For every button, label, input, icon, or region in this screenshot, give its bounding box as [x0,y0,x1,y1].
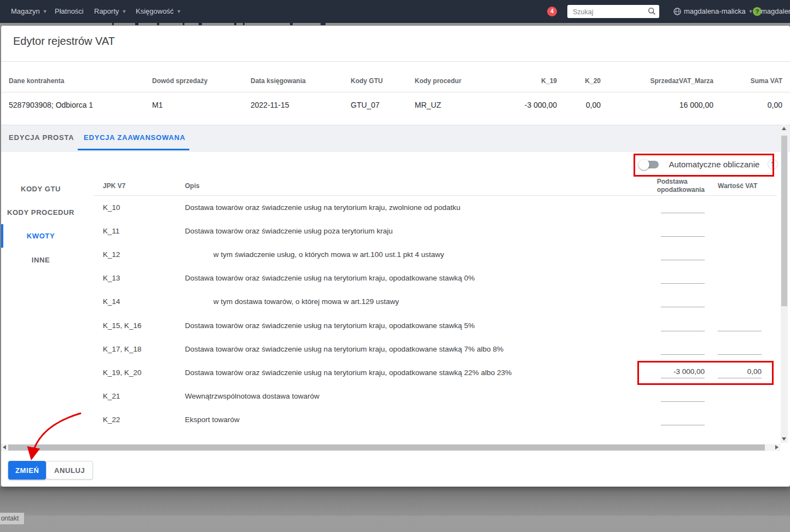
auto-calc-label: Automatyczne obliczanie [669,160,759,169]
dialog-title: Edytor rejestrów VAT [13,35,115,48]
base-amount-input[interactable] [661,414,705,425]
jpk-desc: Dostawa towarów oraz świadczenie usług n… [185,203,661,212]
tab-edycja-zaawansowana[interactable]: EDYCJA ZAAWANSOWANA [84,125,185,150]
summary-col-header: Kody procedur [415,77,461,85]
account-label: magdalena.m [761,0,790,23]
nav-item-raporty[interactable]: Raporty▼ [94,0,126,23]
jpk-code: K_11 [94,227,185,235]
nav-item-label: Magazyn [11,7,40,15]
jpk-code: K_22 [94,416,185,424]
table-row-k13: K_13 Dostawa towarów oraz świadczenie us… [94,266,777,290]
table-row-k11: K_11 Dostawa towarów oraz świadczenie us… [94,219,777,243]
jpk-code: K_10 [94,203,185,212]
nav-item-ksiegowosc[interactable]: Księgowość▼ [136,0,181,23]
vat-amount-input[interactable]: 0,00 [718,367,762,378]
sidebar-item-inne[interactable]: INNE [1,248,80,272]
jpk-desc: Dostawa towarów oraz świadczenie usług p… [185,227,661,235]
vat-amounts-table: JPK V7 Opis Podstawa opodatkowania Warto… [94,176,777,431]
jpk-code: K_15, K_16 [94,321,185,330]
search-box [567,5,659,18]
summary-col-header: K_19 [541,77,557,85]
base-amount-input[interactable] [661,249,705,260]
base-amount-input[interactable] [661,296,705,307]
sidebar-item-kody-gtu[interactable]: KODY GTU [1,177,80,201]
base-amount-input[interactable] [661,390,705,402]
summary-cell-date: 2022-11-15 [251,101,289,109]
vat-editor-dialog: Edytor rejestrów VAT Dane kontrahenta Do… [1,26,790,487]
horizontal-scrollbar[interactable] [1,444,780,451]
jpk-code: K_14 [94,297,185,306]
jpk-code: K_21 [94,392,185,400]
summary-cell-gtu: GTU_07 [351,101,380,109]
nav-item-label: Raporty [94,7,119,15]
nav-item-platnosci[interactable]: Płatności [55,0,84,23]
base-amount-input[interactable] [661,272,705,284]
auto-calc-row: Automatyczne obliczanie ? [640,159,778,172]
tab-edycja-prosta[interactable]: EDYCJA PROSTA [9,125,74,150]
vertical-scrollbar-thumb[interactable] [781,136,787,306]
summary-col-header: K_20 [585,77,601,85]
summary-cell-k20: 0,00 [586,101,601,109]
summary-cell-procedure: MR_UZ [415,101,441,109]
table-header-row: JPK V7 Opis Podstawa opodatkowania Warto… [94,176,777,196]
scroll-left-arrow-icon[interactable] [3,445,6,449]
scroll-down-arrow-icon[interactable] [782,437,786,441]
table-row-k21: K_21 Wewnątrzwspólnotowa dostawa towarów [94,384,777,408]
table-row-k15-k16: K_15, K_16 Dostawa towarów oraz świadcze… [94,313,777,337]
search-input[interactable] [572,5,645,19]
base-amount-input[interactable] [661,320,705,331]
user-menu[interactable]: magdalena-malicka▼ [684,0,753,23]
top-navbar: Magazyn▼ Płatności Raporty▼ Księgowość▼ … [0,0,790,23]
horizontal-scrollbar-thumb[interactable] [8,445,765,451]
sidebar-item-kody-procedur[interactable]: KODY PROCEDUR [1,201,80,224]
chevron-down-icon: ▼ [176,0,181,23]
nav-item-magazyn[interactable]: Magazyn▼ [11,0,48,23]
help-question-icon[interactable]: ? [753,7,762,16]
chevron-down-icon: ▼ [122,0,127,23]
base-amount-input[interactable] [661,225,705,237]
user-menu-label: magdalena-malicka [684,7,746,15]
auto-calc-toggle[interactable] [640,161,659,168]
vertical-scrollbar[interactable] [781,125,788,443]
sidebar-item-kwoty[interactable]: KWOTY [1,224,80,248]
base-amount-input[interactable] [661,343,705,355]
vat-amount-input[interactable] [718,320,762,331]
sidebar-active-indicator [1,224,3,248]
jpk-desc: Wewnątrzwspólnotowa dostawa towarów [185,392,661,400]
jpk-code: K_12 [94,250,185,259]
search-icon[interactable] [648,7,656,15]
table-row-k19-k20: K_19, K_20 Dostawa towarów oraz świadcze… [94,361,777,384]
col-header-wartosc: Wartość VAT [718,182,762,190]
help-icon[interactable]: ? [768,159,778,169]
active-tab-indicator [78,149,189,150]
vat-amount-input[interactable] [718,343,762,355]
summary-cell-marza: 16 000,00 [679,101,713,109]
jpk-desc: Dostawa towarów oraz świadczenie usług n… [185,321,661,330]
jpk-code: K_13 [94,274,185,282]
scroll-right-arrow-icon[interactable] [775,445,779,449]
col-header-jpk: JPK V7 [94,182,185,190]
zmien-button[interactable]: ZMIEŃ [8,461,46,480]
contact-button[interactable]: ontakt [0,512,25,525]
jpk-desc: w tym dostawa towarów, o której mowa w a… [185,297,661,306]
divider [1,92,790,92]
base-amount-input[interactable]: -3 000,00 [661,367,705,378]
page-backdrop: ontakt [0,487,790,532]
scroll-up-arrow-icon[interactable] [782,127,786,130]
jpk-desc: w tym świadczenie usług, o których mowa … [185,250,661,259]
toggle-knob [638,159,649,170]
summary-cell-k19: -3 000,00 [525,101,557,109]
table-row-k14: K_14 w tym dostawa towarów, o której mow… [94,290,777,313]
jpk-desc: Dostawa towarów oraz świadczenie usług n… [185,274,661,282]
nav-item-label: Płatności [55,7,84,15]
jpk-desc: Dostawa towarów oraz świadczenie usług n… [185,369,661,377]
table-row-k12: K_12 w tym świadczenie usług, o których … [94,243,777,266]
summary-col-header: SprzedazVAT_Marza [650,77,713,85]
jpk-desc: Dostawa towarów oraz świadczenie usług n… [185,345,661,353]
summary-cell-suma-vat: 0,00 [768,101,782,109]
notification-badge[interactable]: 4 [547,7,557,16]
app-page: Magazyn▼ Płatności Raporty▼ Księgowość▼ … [0,0,790,532]
nav-item-label: Księgowość [136,7,173,15]
base-amount-input[interactable] [661,202,705,213]
anuluj-button[interactable]: ANULUJ [46,461,93,480]
